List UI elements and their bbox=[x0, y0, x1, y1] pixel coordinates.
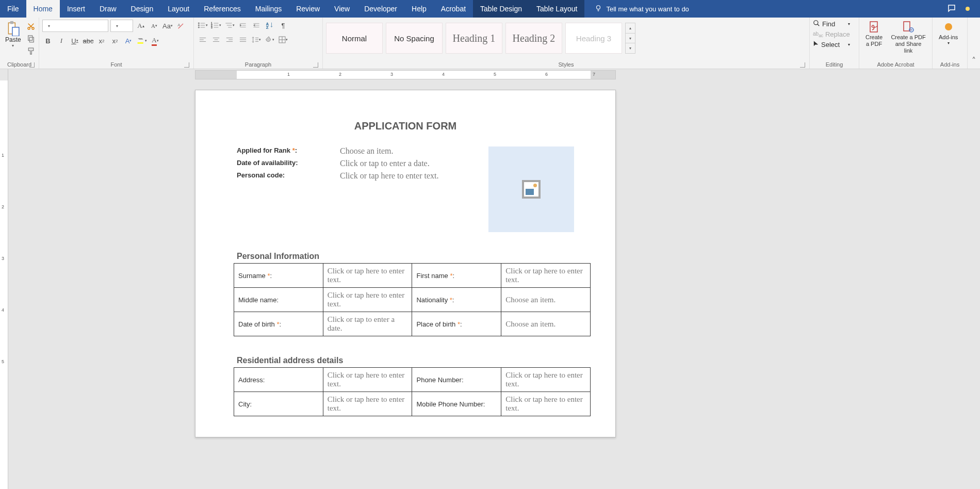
comments-icon[interactable] bbox=[947, 4, 956, 14]
vertical-ruler[interactable]: 1 2 3 4 5 bbox=[0, 80, 8, 489]
tell-me-search[interactable]: Tell me what you want to do bbox=[595, 0, 689, 18]
align-center-button[interactable] bbox=[210, 34, 222, 45]
photo-placeholder[interactable] bbox=[488, 146, 574, 232]
styles-up-button[interactable]: ▴ bbox=[626, 23, 635, 34]
subscript-button[interactable]: x2 bbox=[96, 35, 107, 46]
shrink-font-button[interactable]: A▾ bbox=[149, 20, 160, 31]
align-right-button[interactable] bbox=[224, 34, 235, 45]
bullets-button[interactable]: ▾ bbox=[197, 20, 208, 31]
styles-more-button[interactable]: ▾ bbox=[626, 43, 635, 53]
grow-font-button[interactable]: A▴ bbox=[135, 20, 146, 31]
cursor-icon bbox=[813, 40, 819, 49]
style-normal[interactable]: Normal bbox=[326, 23, 383, 54]
tab-mailings[interactable]: Mailings bbox=[248, 0, 289, 18]
bold-button[interactable]: B bbox=[42, 35, 54, 46]
strikethrough-button[interactable]: abc bbox=[83, 35, 94, 46]
value-address[interactable]: Click or tap here to enter text. bbox=[323, 368, 412, 392]
superscript-button[interactable]: x2 bbox=[109, 35, 121, 46]
field-placeholder-personal-code[interactable]: Click or tap here to enter text. bbox=[340, 171, 438, 181]
highlight-button[interactable]: ▾ bbox=[136, 35, 148, 46]
create-share-pdf-button[interactable]: Create a PDFand Share link bbox=[888, 20, 929, 56]
group-label-acrobat: Adobe Acrobat bbox=[862, 61, 929, 69]
tab-layout[interactable]: Layout bbox=[160, 0, 197, 18]
tab-acrobat[interactable]: Acrobat bbox=[434, 0, 473, 18]
paragraph-launcher[interactable] bbox=[313, 62, 318, 68]
line-spacing-button[interactable]: ▾ bbox=[251, 34, 262, 45]
pending-dot-icon[interactable] bbox=[966, 7, 970, 11]
svg-rect-8 bbox=[28, 48, 33, 51]
change-case-button[interactable]: Aa▾ bbox=[162, 20, 173, 31]
tab-developer[interactable]: Developer bbox=[357, 0, 404, 18]
tab-design[interactable]: Design bbox=[124, 0, 161, 18]
styles-down-button[interactable]: ▾ bbox=[626, 34, 635, 44]
value-middlename[interactable]: Click or tap here to enter text. bbox=[323, 288, 412, 312]
sort-button[interactable]: AZ bbox=[264, 20, 275, 31]
personal-info-table: Surname *: Click or tap here to enter te… bbox=[234, 263, 591, 336]
shading-button[interactable]: ▾ bbox=[264, 34, 275, 45]
value-nationality[interactable]: Choose an item. bbox=[501, 288, 591, 312]
tab-home[interactable]: Home bbox=[26, 0, 60, 18]
multilevel-list-button[interactable]: ▾ bbox=[224, 20, 235, 31]
align-left-button[interactable] bbox=[197, 34, 208, 45]
font-name-combo[interactable]: ▾ bbox=[42, 20, 108, 32]
italic-button[interactable]: I bbox=[56, 35, 67, 46]
style-heading2[interactable]: Heading 2 bbox=[505, 23, 562, 54]
tab-file[interactable]: File bbox=[0, 0, 26, 18]
style-heading1[interactable]: Heading 1 bbox=[446, 23, 502, 54]
field-placeholder-rank[interactable]: Choose an item. bbox=[340, 146, 394, 156]
numbering-button[interactable]: 123▾ bbox=[210, 20, 222, 31]
horizontal-ruler[interactable]: 1 2 3 4 5 6 7 bbox=[195, 70, 616, 79]
select-button[interactable]: Select▾ bbox=[813, 40, 850, 49]
collapse-ribbon-button[interactable]: ˄ bbox=[968, 18, 980, 69]
value-mobile[interactable]: Click or tap here to enter text. bbox=[501, 392, 591, 416]
ruler-mark: 2 bbox=[339, 72, 341, 77]
style-heading3[interactable]: Heading 3 bbox=[565, 23, 622, 54]
tab-references[interactable]: References bbox=[197, 0, 248, 18]
value-pob[interactable]: Choose an item. bbox=[501, 312, 591, 336]
justify-button[interactable] bbox=[237, 34, 249, 45]
addins-icon bbox=[941, 21, 956, 33]
paste-label: Paste bbox=[5, 36, 21, 43]
value-firstname[interactable]: Click or tap here to enter text. bbox=[501, 264, 591, 288]
tab-review[interactable]: Review bbox=[289, 0, 327, 18]
paste-button[interactable]: Paste ▾ bbox=[3, 20, 23, 49]
find-button[interactable]: Find▾ bbox=[813, 20, 850, 28]
increase-indent-button[interactable] bbox=[251, 20, 262, 31]
page[interactable]: APPLICATION FORM Applied for Rank *: Cho… bbox=[195, 90, 616, 437]
cut-button[interactable] bbox=[25, 21, 37, 32]
borders-button[interactable]: ▾ bbox=[277, 34, 289, 45]
tab-insert[interactable]: Insert bbox=[60, 0, 92, 18]
addins-button[interactable]: Add-ins ▾ bbox=[936, 20, 961, 47]
group-font: ▾ ▾ A▴ A▾ Aa▾ A B I U▾ abc x2 x2 A▾ ▾ A▾… bbox=[39, 18, 194, 69]
font-size-combo[interactable]: ▾ bbox=[110, 20, 133, 32]
text-effects-button[interactable]: A▾ bbox=[123, 35, 134, 46]
clear-formatting-button[interactable]: A bbox=[175, 20, 187, 31]
value-surname[interactable]: Click or tap here to enter text. bbox=[323, 264, 412, 288]
clipboard-launcher[interactable] bbox=[29, 62, 35, 68]
style-no-spacing[interactable]: No Spacing bbox=[386, 23, 443, 54]
font-color-button[interactable]: A▾ bbox=[150, 35, 161, 46]
tab-table-layout[interactable]: Table Layout bbox=[529, 0, 584, 18]
copy-button[interactable] bbox=[25, 33, 37, 44]
underline-button[interactable]: U▾ bbox=[69, 35, 80, 46]
font-launcher[interactable] bbox=[184, 62, 189, 68]
field-label-availability: Date of availability: bbox=[237, 159, 340, 168]
create-pdf-button[interactable]: Createa PDF bbox=[862, 20, 886, 48]
value-phone[interactable]: Click or tap here to enter text. bbox=[501, 368, 591, 392]
format-painter-button[interactable] bbox=[25, 45, 37, 57]
ruler-mark: 3 bbox=[390, 72, 393, 77]
tab-draw[interactable]: Draw bbox=[92, 0, 124, 18]
label-middlename: Middle name: bbox=[234, 288, 323, 312]
tab-help[interactable]: Help bbox=[404, 0, 434, 18]
field-placeholder-availability[interactable]: Click or tap to enter a date. bbox=[340, 159, 430, 168]
replace-button[interactable]: abac Replace bbox=[813, 30, 850, 38]
value-city[interactable]: Click or tap here to enter text. bbox=[323, 392, 412, 416]
svg-rect-6 bbox=[29, 37, 34, 42]
decrease-indent-button[interactable] bbox=[237, 20, 249, 31]
show-paragraph-marks-button[interactable]: ¶ bbox=[277, 20, 289, 31]
value-dob[interactable]: Click or tap to enter a date. bbox=[323, 312, 412, 336]
label-dob: Date of birth *: bbox=[234, 312, 323, 336]
tab-table-design[interactable]: Table Design bbox=[473, 0, 529, 18]
tab-view[interactable]: View bbox=[327, 0, 357, 18]
styles-launcher[interactable] bbox=[800, 62, 805, 68]
